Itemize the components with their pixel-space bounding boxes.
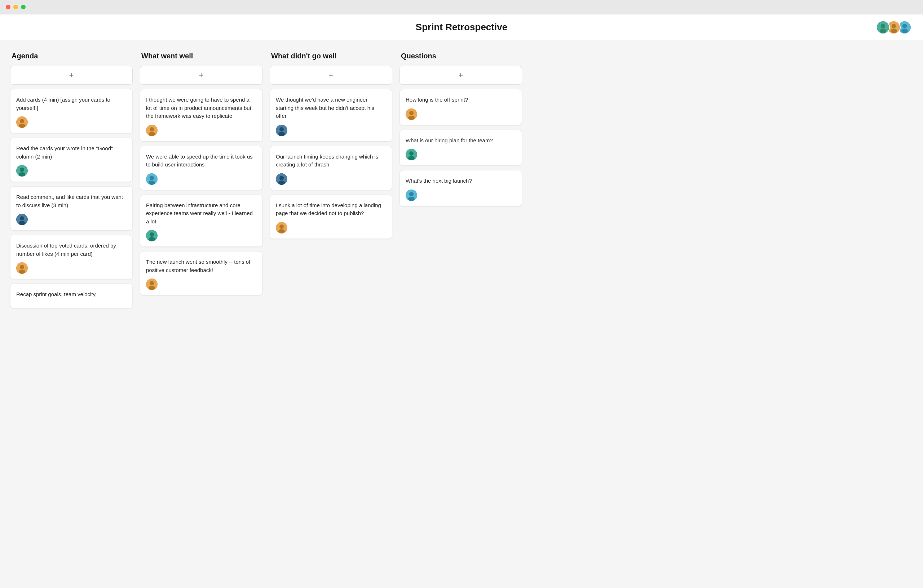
card: I thought we were going to have to spend…: [140, 89, 263, 142]
card: Pairing between infrastructure and core …: [140, 195, 263, 247]
card-avatar[interactable]: [276, 173, 287, 185]
header-avatar-group: [879, 21, 912, 34]
svg-point-29: [149, 237, 155, 241]
card-text: Our launch timing keeps changing which i…: [276, 153, 386, 169]
card-text: How long is the off-sprint?: [406, 96, 516, 104]
svg-point-41: [278, 229, 285, 233]
page-header: Sprint Retrospective: [0, 15, 923, 40]
card: Our launch timing keeps changing which i…: [270, 146, 392, 190]
svg-point-40: [279, 224, 284, 229]
svg-point-7: [902, 24, 907, 28]
svg-point-44: [408, 116, 415, 120]
svg-point-31: [149, 281, 154, 285]
card-avatar[interactable]: [276, 124, 287, 136]
card-avatar[interactable]: [406, 190, 417, 201]
column-what-went-well: What went well+I thought we were going t…: [140, 52, 263, 300]
card-text: Add cards (4 min) [assign your cards to …: [16, 96, 126, 112]
svg-point-49: [409, 192, 414, 197]
svg-point-5: [890, 28, 897, 33]
svg-point-37: [279, 176, 284, 180]
column-header-agenda: Agenda: [10, 52, 133, 60]
card-avatar[interactable]: [146, 230, 158, 241]
card-text: We were able to speed up the time it too…: [146, 153, 256, 169]
card: We thought we'd have a new engineer star…: [270, 89, 392, 142]
svg-point-1: [881, 24, 885, 28]
svg-point-50: [408, 197, 415, 201]
card-text: Recap sprint goals, team velocity,: [16, 290, 126, 299]
svg-point-22: [149, 127, 154, 131]
card-avatar[interactable]: [406, 149, 417, 161]
column-header-what-went-well: What went well: [140, 52, 263, 60]
svg-point-25: [149, 176, 154, 180]
card-text: Read comment, and like cards that you wa…: [16, 193, 126, 209]
add-card-button-what-went-well[interactable]: +: [140, 66, 263, 85]
card-text: What's the next big launch?: [406, 177, 516, 185]
card-avatar[interactable]: [146, 278, 158, 290]
svg-point-23: [149, 132, 155, 136]
card: Discussion of top-voted cards, ordered b…: [10, 235, 133, 279]
maximize-button[interactable]: [21, 5, 26, 9]
svg-point-4: [892, 24, 896, 28]
column-agenda: Agenda+Add cards (4 min) [assign your ca…: [10, 52, 133, 313]
card-text: I thought we were going to have to spend…: [146, 96, 256, 120]
svg-point-8: [902, 28, 908, 33]
card: How long is the off-sprint?: [399, 89, 522, 125]
card-text: What is our hiring plan for the team?: [406, 136, 516, 145]
column-header-questions: Questions: [399, 52, 522, 60]
column-questions: Questions+How long is the off-sprint?Wha…: [399, 52, 522, 211]
board: Agenda+Add cards (4 min) [assign your ca…: [0, 40, 923, 324]
card: We were able to speed up the time it too…: [140, 146, 263, 190]
column-header-what-didnt-go-well: What didn't go well: [270, 52, 392, 60]
card: I sunk a lot of time into developing a l…: [270, 195, 392, 239]
card: What is our hiring plan for the team?: [399, 130, 522, 166]
svg-point-16: [20, 216, 24, 221]
close-button[interactable]: [6, 5, 10, 9]
svg-point-46: [409, 151, 414, 156]
card-avatar[interactable]: [16, 116, 28, 128]
card: What's the next big launch?: [399, 170, 522, 206]
svg-point-17: [19, 221, 25, 225]
svg-point-20: [19, 270, 25, 274]
card: Recap sprint goals, team velocity,: [10, 283, 133, 308]
card-avatar[interactable]: [16, 214, 28, 225]
svg-point-13: [20, 167, 24, 172]
add-card-button-what-didnt-go-well[interactable]: +: [270, 66, 392, 85]
svg-point-35: [278, 132, 285, 136]
card-text: We thought we'd have a new engineer star…: [276, 96, 386, 120]
header-avatar-1[interactable]: [876, 21, 890, 34]
svg-point-14: [19, 172, 25, 177]
card: Read comment, and like cards that you wa…: [10, 186, 133, 231]
card-text: The new launch went so smoothly -- tons …: [146, 258, 256, 274]
card-avatar[interactable]: [146, 173, 158, 185]
card-avatar[interactable]: [16, 262, 28, 274]
svg-point-38: [278, 180, 285, 185]
svg-point-32: [149, 286, 155, 290]
minimize-button[interactable]: [13, 5, 18, 9]
card-avatar[interactable]: [406, 108, 417, 120]
svg-point-2: [880, 28, 886, 33]
card-avatar[interactable]: [16, 165, 28, 177]
svg-point-47: [408, 156, 415, 161]
svg-point-34: [279, 127, 284, 131]
card: Read the cards your wrote in the "Good" …: [10, 138, 133, 182]
add-card-button-questions[interactable]: +: [399, 66, 522, 85]
card-text: I sunk a lot of time into developing a l…: [276, 201, 386, 218]
svg-point-28: [149, 233, 154, 237]
card-text: Read the cards your wrote in the "Good" …: [16, 144, 126, 161]
svg-point-43: [409, 111, 414, 115]
svg-point-26: [149, 180, 155, 185]
titlebar: [0, 0, 923, 15]
card: Add cards (4 min) [assign your cards to …: [10, 89, 133, 133]
card-text: Pairing between infrastructure and core …: [146, 201, 256, 226]
card-avatar[interactable]: [146, 124, 158, 136]
card-text: Discussion of top-voted cards, ordered b…: [16, 242, 126, 258]
column-what-didnt-go-well: What didn't go well+We thought we'd have…: [270, 52, 392, 243]
svg-point-10: [20, 119, 24, 123]
svg-point-11: [19, 124, 25, 128]
page-title: Sprint Retrospective: [416, 21, 507, 33]
card: The new launch went so smoothly -- tons …: [140, 251, 263, 295]
card-avatar[interactable]: [276, 222, 287, 233]
add-card-button-agenda[interactable]: +: [10, 66, 133, 85]
svg-point-19: [20, 265, 24, 269]
